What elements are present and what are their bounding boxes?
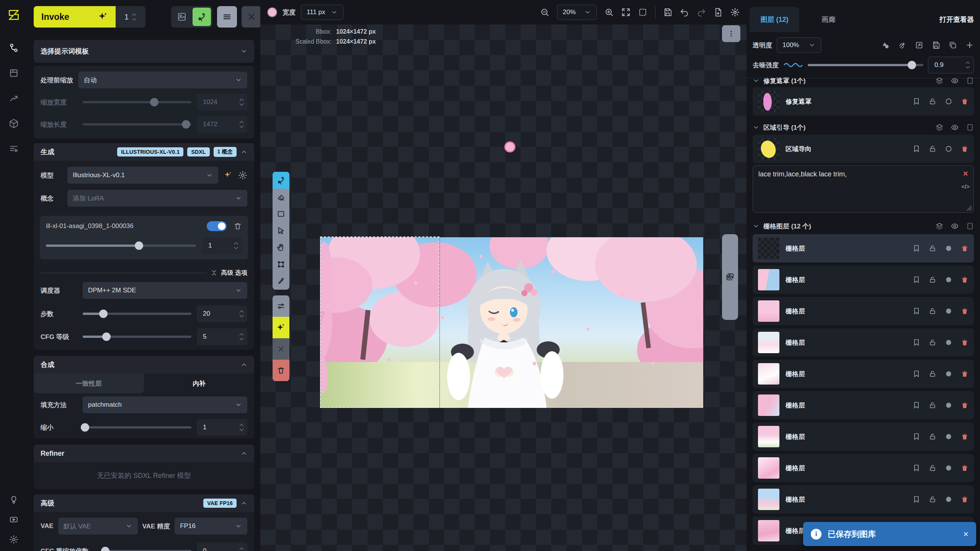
raster-layer-row[interactable]: 栅格层 bbox=[753, 266, 974, 294]
settings-gear-icon[interactable] bbox=[9, 535, 18, 544]
group-bbox-icon[interactable] bbox=[966, 222, 974, 230]
model-sparkle-icon[interactable] bbox=[224, 171, 233, 180]
lock-icon[interactable] bbox=[929, 464, 936, 472]
eraser-tool-button[interactable] bbox=[273, 189, 289, 205]
visibility-circle-icon[interactable] bbox=[945, 401, 952, 409]
advanced-options-label[interactable]: 高级 选项 bbox=[221, 269, 247, 277]
lora-delete-icon[interactable] bbox=[234, 222, 242, 230]
close-panel-button[interactable] bbox=[242, 6, 261, 28]
undo-icon[interactable] bbox=[680, 8, 689, 17]
rect-tool-button[interactable] bbox=[273, 205, 289, 222]
cfg-rescale-input[interactable]: 0 bbox=[197, 543, 247, 551]
group-bbox-icon[interactable] bbox=[966, 77, 974, 85]
nav-queue-icon[interactable] bbox=[9, 144, 19, 154]
zoom-out-icon[interactable] bbox=[540, 8, 549, 17]
lock-icon[interactable] bbox=[929, 339, 936, 346]
sparkle-trail-icon[interactable] bbox=[898, 41, 906, 49]
add-layer-icon[interactable] bbox=[965, 41, 974, 49]
bookmark-icon[interactable] bbox=[913, 496, 920, 503]
nav-workflow-nodes-icon[interactable] bbox=[9, 43, 19, 53]
model-select[interactable]: Illustrious-XL-v0.1 bbox=[67, 167, 218, 184]
bookmark-icon[interactable] bbox=[913, 276, 920, 284]
visibility-circle-icon[interactable] bbox=[945, 98, 952, 105]
brush-view-button[interactable] bbox=[193, 8, 211, 26]
raster-layer-row[interactable]: 栅格层 bbox=[753, 422, 974, 451]
lock-icon[interactable] bbox=[929, 370, 936, 378]
bookmark-icon[interactable] bbox=[913, 307, 920, 315]
bookmark-icon[interactable] bbox=[913, 464, 920, 472]
lock-icon[interactable] bbox=[929, 433, 936, 440]
visibility-circle-icon[interactable] bbox=[945, 276, 952, 284]
invoke-button[interactable]: Invoke bbox=[34, 6, 116, 28]
open-viewer-link[interactable]: 打开查看器 bbox=[939, 15, 974, 24]
lock-icon[interactable] bbox=[929, 98, 936, 105]
raster-layer-row[interactable]: 栅格层 bbox=[753, 485, 974, 514]
scale-height-input[interactable]: 1472 bbox=[197, 116, 247, 133]
prompt-template-card[interactable]: 选择提示词模板 bbox=[34, 40, 254, 63]
tab-gallery[interactable]: 画廊 bbox=[822, 15, 835, 24]
vae-select[interactable]: 默认 VAE bbox=[58, 518, 138, 535]
downscale-slider[interactable] bbox=[83, 423, 191, 432]
group-layers-icon[interactable] bbox=[936, 222, 943, 230]
visibility-circle-icon[interactable] bbox=[945, 464, 952, 472]
save-layer-icon[interactable] bbox=[932, 41, 940, 49]
invoke-logo-icon[interactable] bbox=[7, 8, 20, 21]
collapse-advanced-icon[interactable] bbox=[211, 269, 217, 276]
eyedropper-tool-button[interactable] bbox=[273, 273, 289, 290]
stepper-down-icon[interactable] bbox=[132, 18, 137, 21]
visibility-circle-icon[interactable] bbox=[945, 496, 952, 503]
brush-color-swatch[interactable] bbox=[267, 7, 277, 17]
chevron-up-icon[interactable] bbox=[240, 148, 247, 155]
group-layers-icon[interactable] bbox=[936, 124, 943, 131]
gallery-peek-handle[interactable] bbox=[722, 234, 738, 320]
delete-layer-icon[interactable] bbox=[961, 401, 969, 409]
chevron-up-icon[interactable] bbox=[240, 361, 247, 368]
chevron-down-icon[interactable] bbox=[240, 48, 247, 55]
visibility-circle-icon[interactable] bbox=[945, 307, 952, 315]
bookmark-icon[interactable] bbox=[913, 370, 920, 378]
canvas-settings-gear-icon[interactable] bbox=[730, 8, 740, 17]
bookmark-icon[interactable] bbox=[913, 401, 920, 409]
raster-layer-row[interactable]: 栅格层 bbox=[753, 234, 974, 262]
fit-view-icon[interactable] bbox=[621, 8, 630, 17]
chevron-down-icon[interactable] bbox=[753, 223, 760, 230]
tab-layers[interactable]: 图层 (12) bbox=[750, 7, 799, 32]
cancel-button[interactable] bbox=[273, 338, 289, 360]
inpaint-mask-layer-row[interactable]: 修复遮罩 bbox=[753, 87, 974, 116]
group-visibility-icon[interactable] bbox=[951, 77, 959, 85]
tab-coherence[interactable]: 一致性层 bbox=[34, 373, 144, 393]
group-visibility-icon[interactable] bbox=[951, 222, 959, 230]
visibility-circle-icon[interactable] bbox=[945, 370, 952, 378]
vae-precision-select[interactable]: FP16 bbox=[175, 518, 247, 535]
lora-weight-slider[interactable] bbox=[46, 241, 196, 250]
model-settings-gear-icon[interactable] bbox=[238, 171, 247, 180]
scale-width-input[interactable]: 1024 bbox=[197, 94, 247, 111]
raster-layer-row[interactable]: 栅格层 bbox=[753, 328, 974, 357]
advanced-header[interactable]: 高级 VAE FP16 bbox=[34, 494, 254, 512]
lock-icon[interactable] bbox=[929, 307, 936, 315]
cfg-rescale-slider[interactable] bbox=[103, 546, 191, 551]
delete-layer-icon[interactable] bbox=[961, 496, 969, 503]
visibility-circle-icon[interactable] bbox=[945, 245, 952, 252]
brush-tool-button[interactable] bbox=[273, 172, 289, 189]
zoom-level-select[interactable]: 20% bbox=[557, 5, 597, 20]
bookmark-icon[interactable] bbox=[913, 145, 920, 153]
nav-upscale-icon[interactable] bbox=[9, 93, 19, 103]
infill-method-select[interactable]: patchmatch bbox=[83, 396, 247, 413]
lock-icon[interactable] bbox=[929, 496, 936, 503]
visibility-circle-icon[interactable] bbox=[945, 339, 952, 346]
redo-icon[interactable] bbox=[697, 8, 706, 17]
filter-settings-button[interactable] bbox=[273, 295, 289, 317]
delete-layer-icon[interactable] bbox=[961, 433, 969, 440]
lock-icon[interactable] bbox=[929, 245, 936, 252]
regional-layer-row[interactable]: 区域导向 bbox=[753, 135, 974, 163]
transform-tool-button[interactable] bbox=[273, 256, 289, 273]
generate-sparkle-button[interactable] bbox=[273, 317, 289, 338]
chevron-down-icon[interactable] bbox=[753, 124, 760, 131]
delete-layer-icon[interactable] bbox=[961, 245, 969, 252]
image-view-button[interactable] bbox=[173, 8, 191, 26]
scale-width-slider[interactable] bbox=[83, 98, 191, 107]
compositing-header[interactable]: 合成 bbox=[34, 356, 254, 373]
add-lora-select[interactable]: 添加 LoRA bbox=[67, 190, 247, 207]
visibility-circle-icon[interactable] bbox=[945, 145, 952, 153]
